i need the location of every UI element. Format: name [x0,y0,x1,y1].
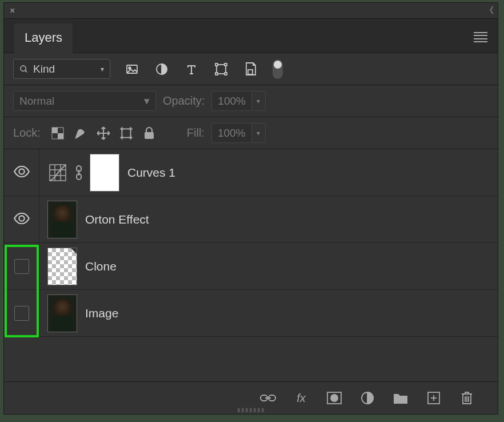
curves-adjustment-icon [47,162,68,183]
new-group-icon[interactable] [393,390,409,406]
lock-artboard-icon[interactable] [118,125,134,141]
layer-name[interactable]: Clone [85,260,117,273]
svg-point-24 [19,169,24,174]
svg-rect-6 [215,63,218,66]
lock-label: Lock: [13,126,41,140]
filter-pixel-icon[interactable] [124,61,140,77]
filter-smartobject-icon[interactable] [243,61,259,77]
eye-icon [14,166,30,180]
visibility-off-icon [14,259,29,274]
svg-rect-7 [225,63,227,66]
filter-type-icon[interactable] [183,61,199,77]
tab-row: Layers [4,19,498,53]
resize-handle[interactable]: ▮▮▮▮▮▮▮ [237,407,265,413]
layer-row[interactable]: Curves 1 [4,149,498,196]
add-mask-icon[interactable] [326,390,342,406]
svg-rect-9 [225,73,227,75]
chevron-down-icon: ▾ [101,65,104,73]
visibility-toggle[interactable] [4,290,39,336]
new-layer-icon[interactable] [426,390,442,406]
layer-name[interactable]: Image [85,306,118,320]
close-icon[interactable]: × [10,6,15,16]
svg-rect-13 [58,133,63,139]
lock-transparency-icon[interactable] [50,125,66,141]
layer-effects-icon[interactable]: fx [293,390,309,406]
filter-toolbar: Kind ▾ [4,53,498,85]
svg-point-0 [21,66,26,71]
lock-all-icon[interactable] [141,125,157,141]
svg-rect-23 [145,132,154,139]
layer-row[interactable]: Image [4,290,498,337]
layer-name[interactable]: Orton Effect [85,213,149,226]
blend-row: Normal ▾ Opacity: 100% ▾ [4,85,498,117]
layer-thumbnail[interactable] [47,294,77,332]
layer-row[interactable]: Orton Effect [4,196,498,243]
filter-kind-select[interactable]: Kind ▾ [13,59,110,79]
blend-mode-value: Normal [19,95,54,108]
search-icon [19,65,29,74]
panel-menu-icon[interactable] [474,32,487,42]
lock-row: Lock: Fill: 100% ▾ [4,117,498,149]
filter-adjustment-icon[interactable] [154,61,170,77]
fill-input[interactable]: 100% [211,123,252,143]
blend-mode-select[interactable]: Normal ▾ [13,91,156,111]
svg-rect-8 [215,73,218,75]
svg-rect-10 [248,70,253,74]
opacity-label: Opacity: [163,94,205,108]
layer-row[interactable]: Clone [4,243,498,290]
visibility-toggle[interactable] [4,243,39,289]
layer-list-area: Curves 1 Orton Effect [4,149,498,382]
svg-rect-14 [122,129,130,137]
collapse-icon[interactable]: 《 [485,5,492,16]
visibility-toggle[interactable] [4,196,39,242]
panel-titlebar: × 《 [4,3,498,19]
layer-list: Curves 1 Orton Effect [4,149,498,337]
lock-pixels-icon[interactable] [73,125,89,141]
visibility-off-icon [14,306,29,321]
opacity-input[interactable]: 100% [211,91,252,111]
fill-chevron-icon[interactable]: ▾ [252,123,266,143]
layer-thumbnail[interactable] [47,248,77,285]
tab-layers[interactable]: Layers [14,23,73,53]
layer-name[interactable]: Curves 1 [127,166,175,180]
fill-label: Fill: [187,126,205,140]
layers-panel: × 《 Layers Kind ▾ Normal [3,2,498,415]
svg-point-33 [19,216,24,221]
visibility-toggle[interactable] [4,149,39,196]
link-layers-icon[interactable] [260,390,276,406]
new-adjustment-icon[interactable] [359,390,375,406]
link-mask-icon[interactable] [74,164,84,181]
filter-kind-label: Kind [33,63,55,75]
filter-toggle[interactable] [273,59,283,79]
filter-shape-icon[interactable] [213,61,229,77]
svg-point-3 [129,67,131,69]
opacity-chevron-icon[interactable]: ▾ [252,91,266,111]
lock-position-icon[interactable] [95,125,111,141]
chevron-down-icon: ▾ [144,94,150,108]
layer-mask-thumbnail[interactable] [90,154,119,192]
delete-layer-icon[interactable] [459,390,475,406]
eye-icon [14,213,30,226]
svg-line-1 [25,70,27,72]
svg-point-38 [331,395,338,401]
svg-rect-12 [52,128,58,133]
layer-thumbnail[interactable] [47,201,77,238]
